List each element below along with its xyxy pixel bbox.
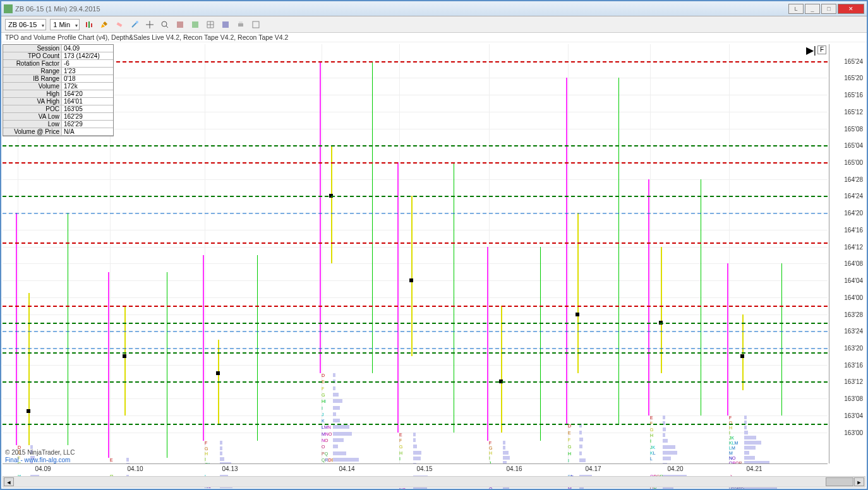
scroll-right-icon[interactable]: ► — [854, 477, 864, 486]
close-button[interactable]: ✕ — [838, 4, 864, 14]
pencil-icon[interactable] — [99, 19, 110, 30]
stat-value: 1'23 — [61, 68, 113, 75]
stat-value: -6 — [61, 60, 113, 67]
color2-icon[interactable] — [190, 19, 201, 30]
window-titlebar: ZB 06-15 (1 Min) 29.4.2015 L _ □ ✕ — [1, 1, 867, 16]
session-profile: DEFGHIIJKLMNMNONOOPQQRDERDEFDEEFGHGHIJKH… — [322, 61, 376, 373]
stat-value: 164'20 — [61, 90, 113, 97]
stat-label: VA High — [3, 98, 61, 105]
session-profile: EFGHIJKKLLMNOOPQRPQRundefinedQRRundefine… — [650, 179, 704, 415]
indicator-strip: TPO and Volume Profile Chart (v4), Depth… — [1, 33, 867, 42]
price-axis[interactable]: 165'24165'20165'16165'12165'08165'04165'… — [829, 44, 865, 463]
stat-label: VA Low — [3, 113, 61, 120]
toolbar: ZB 06-15 1 Min — [1, 16, 867, 33]
stat-label: Volume @ Price — [3, 128, 61, 135]
window-title: ZB 06-15 (1 Min) 29.4.2015 — [15, 5, 100, 13]
color1-icon[interactable] — [174, 19, 186, 30]
stat-value: N/A — [61, 128, 113, 135]
stat-label: Low — [3, 121, 61, 128]
svg-rect-10 — [239, 21, 243, 23]
session-profile: FGHIJKLMMNONOPOPQRundefinedundefinedRund… — [489, 247, 544, 441]
save-icon[interactable] — [220, 19, 231, 30]
stat-label: Session — [3, 45, 61, 52]
candles-icon[interactable] — [83, 19, 95, 30]
f-button[interactable]: F — [817, 45, 826, 54]
svg-point-4 — [136, 21, 138, 23]
settings-icon[interactable] — [250, 19, 262, 30]
svg-rect-7 — [192, 21, 198, 28]
instrument-select[interactable]: ZB 06-15 — [5, 19, 46, 30]
stat-label: TPO Count — [3, 52, 61, 59]
session-profile: DEFGHIJKKLLMNOOPQRPQRQRDEFGEFGHIFGHIGHII… — [568, 78, 622, 424]
scroll-left-icon[interactable]: ◄ — [4, 477, 14, 486]
session-profile: EFGHIJKLMMNONOOPQQRundefinedERundefinedE… — [399, 162, 457, 433]
site-link[interactable]: Final - www.fin-alg.com — [5, 457, 70, 463]
grid-icon[interactable] — [205, 19, 216, 30]
session-profile: DEFGHIJJKLKLLMNOPOPQRPQRQRDDEFGHEFGHIFGH… — [18, 213, 71, 445]
timeframe-select[interactable]: 1 Min — [50, 19, 80, 30]
svg-rect-0 — [86, 22, 87, 27]
stat-value: 172k — [61, 83, 113, 90]
svg-rect-8 — [222, 21, 229, 28]
svg-point-5 — [162, 21, 167, 27]
stat-label: Rotation Factor — [3, 60, 61, 67]
scroll-thumb[interactable] — [826, 477, 853, 486]
stat-label: Volume — [3, 83, 61, 90]
stat-label: High — [3, 90, 61, 97]
stat-value: 163'05 — [61, 105, 113, 112]
chart-area[interactable]: Session04.09TPO Count173 (142/24)Rotatio… — [3, 44, 865, 475]
zoom-icon[interactable] — [159, 19, 171, 30]
stat-value: 0'18 — [61, 75, 113, 82]
stat-label: POC — [3, 105, 61, 112]
maximize-button[interactable]: □ — [821, 4, 836, 14]
btn-l[interactable]: L — [788, 4, 804, 14]
svg-rect-3 — [117, 22, 123, 27]
session-profile: FGHIJKKLMLMMNOOPQRPQRundefinedundefinedQ… — [729, 263, 785, 415]
stat-value: 164'01 — [61, 98, 113, 105]
wand-icon[interactable] — [129, 19, 140, 30]
eraser-icon[interactable] — [114, 19, 125, 30]
stat-value: 173 (142/24) — [61, 52, 113, 59]
app-icon — [4, 4, 13, 13]
print-icon[interactable] — [235, 19, 246, 30]
svg-rect-1 — [88, 21, 90, 28]
stat-label: Range — [3, 68, 61, 75]
svg-rect-9 — [238, 23, 243, 27]
stat-value: 162'29 — [61, 113, 113, 120]
session-profile: EFGHIJKKLMLMNOPOPQRundefinedPQRundefined… — [110, 272, 171, 458]
date-axis[interactable]: 04.0904.1004.1304.1404.1504.1604.1704.20… — [3, 463, 828, 475]
h-scrollbar[interactable]: ◄ ► — [3, 476, 865, 487]
stat-value: 04.09 — [61, 45, 113, 52]
minimize-button[interactable]: _ — [805, 4, 820, 14]
stat-value: 162'29 — [61, 121, 113, 128]
session-stats-panel: Session04.09TPO Count173 (142/24)Rotatio… — [3, 44, 114, 136]
crosshair-icon[interactable] — [144, 19, 155, 30]
svg-rect-6 — [177, 21, 183, 28]
stat-label: IB Range — [3, 75, 61, 82]
skip-end-icon[interactable]: ▶| — [806, 44, 816, 56]
svg-rect-2 — [91, 23, 92, 27]
copyright-label: © 2015 NinjaTrader, LLC — [5, 449, 75, 456]
svg-rect-11 — [253, 21, 259, 28]
